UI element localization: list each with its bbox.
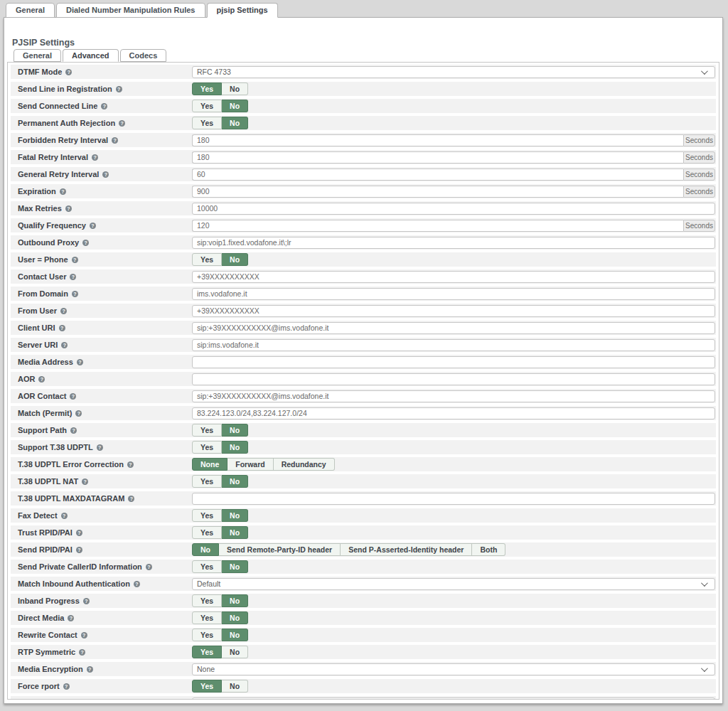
outbound-proxy-input[interactable] xyxy=(192,237,715,249)
help-icon[interactable]: ? xyxy=(116,86,122,92)
help-icon[interactable]: ? xyxy=(82,240,89,246)
rewrite-contact-yes-button[interactable]: Yes xyxy=(192,629,222,641)
user-phone-no-button[interactable]: No xyxy=(222,253,248,266)
subtab-general[interactable]: General xyxy=(14,49,61,62)
help-icon[interactable]: ? xyxy=(72,257,78,263)
help-icon[interactable]: ? xyxy=(101,103,107,109)
fatal-retry-interval-input[interactable] xyxy=(192,151,683,164)
help-icon[interactable]: ? xyxy=(76,547,82,553)
force-rport-no-button[interactable]: No xyxy=(222,680,248,693)
from-domain-input[interactable] xyxy=(192,288,715,300)
inband-progress-no-button[interactable]: No xyxy=(222,594,248,607)
from-user-input[interactable] xyxy=(192,305,715,317)
subtab-advanced[interactable]: Advanced xyxy=(63,49,119,62)
direct-media-no-button[interactable]: No xyxy=(222,611,248,624)
help-icon[interactable]: ? xyxy=(97,444,103,451)
help-icon[interactable]: ? xyxy=(128,496,134,502)
force-rport-yes-button[interactable]: Yes xyxy=(192,680,222,693)
fax-detect-no-button[interactable]: No xyxy=(222,509,248,522)
max-retries-input[interactable] xyxy=(192,203,715,215)
help-icon[interactable]: ? xyxy=(70,393,76,400)
match-inbound-authentication-select[interactable]: Default xyxy=(192,578,715,590)
help-icon[interactable]: ? xyxy=(127,461,134,468)
help-icon[interactable]: ? xyxy=(90,223,96,229)
help-icon[interactable]: ? xyxy=(82,479,88,485)
support-path-yes-button[interactable]: Yes xyxy=(192,424,222,437)
permanent-auth-rejection-yes-button[interactable]: Yes xyxy=(192,117,222,129)
qualify-frequency-input[interactable] xyxy=(192,220,683,232)
send-rpid-pai-send-remote-party-id-header-button[interactable]: Send Remote-Party-ID header xyxy=(219,543,341,556)
send-rpid-pai-both-button[interactable]: Both xyxy=(472,543,505,556)
t-38-udptl-error-correction-redundancy-button[interactable]: Redundancy xyxy=(274,458,335,471)
help-icon[interactable]: ? xyxy=(112,137,118,144)
send-line-in-registration-yes-button[interactable]: Yes xyxy=(192,82,222,95)
dtmf-mode-select[interactable]: RFC 4733 xyxy=(192,66,715,78)
fax-detect-yes-button[interactable]: Yes xyxy=(192,509,222,522)
support-t-38-udptl-no-button[interactable]: No xyxy=(222,441,248,454)
help-icon[interactable]: ? xyxy=(65,69,72,75)
trust-rpid-pai-yes-button[interactable]: Yes xyxy=(192,526,222,539)
send-rpid-pai-send-p-asserted-identity-header-button[interactable]: Send P-Asserted-Identity header xyxy=(341,543,472,556)
help-icon[interactable]: ? xyxy=(102,171,109,178)
send-connected-line-no-button[interactable]: No xyxy=(222,100,248,112)
help-icon[interactable]: ? xyxy=(61,342,68,348)
help-icon[interactable]: ? xyxy=(38,376,45,383)
rtp-symmetric-yes-button[interactable]: Yes xyxy=(192,646,222,658)
media-address-input[interactable] xyxy=(192,356,715,368)
support-path-no-button[interactable]: No xyxy=(222,424,248,437)
trust-rpid-pai-no-button[interactable]: No xyxy=(222,526,248,539)
t-38-udptl-nat-no-button[interactable]: No xyxy=(222,475,248,488)
tab-general[interactable]: General xyxy=(6,3,55,18)
t-38-udptl-error-correction-forward-button[interactable]: Forward xyxy=(228,458,273,471)
send-line-in-registration-no-button[interactable]: No xyxy=(222,82,248,95)
subtab-codecs[interactable]: Codecs xyxy=(120,49,167,62)
contact-user-input[interactable] xyxy=(192,271,715,283)
send-private-callerid-information-yes-button[interactable]: Yes xyxy=(192,560,222,573)
support-t-38-udptl-yes-button[interactable]: Yes xyxy=(192,441,222,454)
inband-progress-yes-button[interactable]: Yes xyxy=(192,594,222,607)
help-icon[interactable]: ? xyxy=(59,325,65,331)
t-38-udptl-maxdatagram-input[interactable] xyxy=(192,493,715,505)
general-retry-interval-input[interactable] xyxy=(192,169,683,181)
help-icon[interactable]: ? xyxy=(63,683,70,690)
aor-input[interactable] xyxy=(192,373,715,385)
help-icon[interactable]: ? xyxy=(60,308,67,314)
help-icon[interactable]: ? xyxy=(119,120,125,127)
help-icon[interactable]: ? xyxy=(81,632,87,638)
help-icon[interactable]: ? xyxy=(60,188,66,195)
help-icon[interactable]: ? xyxy=(76,530,82,536)
help-icon[interactable]: ? xyxy=(61,513,68,519)
help-icon[interactable]: ? xyxy=(68,615,74,621)
aor-contact-input[interactable] xyxy=(192,390,715,402)
tab-dialed-number-manipulation-rules[interactable]: Dialed Number Manipulation Rules xyxy=(56,3,205,18)
help-icon[interactable]: ? xyxy=(146,564,152,570)
help-icon[interactable]: ? xyxy=(87,666,93,673)
send-connected-line-yes-button[interactable]: Yes xyxy=(192,100,222,112)
tab-pjsip-settings[interactable]: pjsip Settings xyxy=(207,3,278,18)
help-icon[interactable]: ? xyxy=(79,649,85,656)
help-icon[interactable]: ? xyxy=(70,427,77,434)
client-uri-input[interactable] xyxy=(192,322,715,334)
send-private-callerid-information-no-button[interactable]: No xyxy=(222,560,248,573)
help-icon[interactable]: ? xyxy=(72,291,78,297)
direct-media-yes-button[interactable]: Yes xyxy=(192,611,222,624)
help-icon[interactable]: ? xyxy=(65,205,72,212)
forbidden-retry-interval-input[interactable] xyxy=(192,134,683,146)
media-encryption-select[interactable]: None xyxy=(192,663,715,675)
rewrite-contact-no-button[interactable]: No xyxy=(222,629,248,641)
t-38-udptl-error-correction-none-button[interactable]: None xyxy=(192,458,228,471)
permanent-auth-rejection-no-button[interactable]: No xyxy=(222,117,248,129)
message-context-input[interactable] xyxy=(192,697,715,700)
help-icon[interactable]: ? xyxy=(70,274,76,280)
help-icon[interactable]: ? xyxy=(134,581,140,587)
match-permit-input[interactable] xyxy=(192,407,715,419)
help-icon[interactable]: ? xyxy=(92,154,98,161)
send-rpid-pai-no-button[interactable]: No xyxy=(192,543,219,556)
server-uri-input[interactable] xyxy=(192,339,715,351)
help-icon[interactable]: ? xyxy=(75,410,82,417)
expiration-input[interactable] xyxy=(192,186,683,198)
help-icon[interactable]: ? xyxy=(77,359,83,365)
rtp-symmetric-no-button[interactable]: No xyxy=(222,646,248,658)
help-icon[interactable]: ? xyxy=(83,598,90,604)
t-38-udptl-nat-yes-button[interactable]: Yes xyxy=(192,475,222,488)
